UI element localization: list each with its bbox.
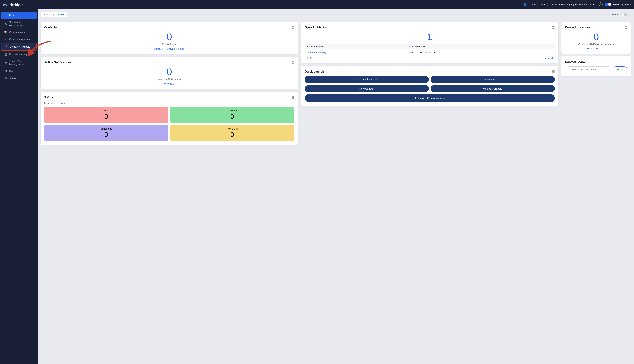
new-contact-button[interactable]: New Contact bbox=[305, 85, 429, 92]
search-input[interactable] bbox=[565, 66, 611, 72]
location-value: 0 bbox=[172, 113, 292, 120]
auto-refresh-toggle[interactable] bbox=[621, 13, 627, 16]
middle-column: Open Incidents ☰ 1 Incident Name Last Mo… bbox=[301, 22, 559, 145]
contact-locations-subtitle: Contacts with Expected Locations bbox=[565, 43, 627, 46]
time-value: 6 hours bbox=[57, 102, 65, 104]
auto-refresh-label: Auto Refresh bbox=[606, 13, 620, 16]
sidebar-nav: ⌂ Home ◉ Situational Awareness 📢 Communi… bbox=[0, 10, 38, 364]
safety-card-location: Location 0 bbox=[170, 107, 294, 123]
safety-time-dropdown[interactable]: 6 hours ▾ bbox=[57, 102, 67, 104]
sidebar-item-travel-risk[interactable]: ✈ Travel Risk Management bbox=[1, 58, 37, 68]
incidents-col-modified: Last Modified bbox=[408, 44, 555, 50]
rules-link[interactable]: Rules bbox=[178, 48, 184, 50]
dashboard-content: ⚙ Manage Widgets Auto Refresh ↻ Contacts… bbox=[38, 9, 634, 364]
launch-communication-button[interactable]: ⊞ Launch Communication bbox=[305, 94, 555, 102]
sidebar-item-situational-awareness[interactable]: ◉ Situational Awareness bbox=[1, 19, 37, 28]
quick-launch-menu[interactable]: ☰ bbox=[552, 70, 555, 74]
contact-search-header: Contact Search ☰ bbox=[565, 60, 627, 64]
contact-locations-widget: Contact Locations ☰ 0 Contacts with Expe… bbox=[561, 22, 631, 54]
table-row: Damaged Building Mar 22, 2024 10:17:07 P… bbox=[305, 50, 555, 55]
upload-contacts-button[interactable]: Upload Contacts bbox=[431, 85, 555, 92]
home-icon: ⌂ bbox=[4, 14, 7, 17]
open-incidents-count: 1 bbox=[305, 32, 555, 42]
sidebar-item-settings[interactable]: ⚙ Settings bbox=[1, 75, 37, 82]
contact-locations-title: Contact Locations bbox=[565, 26, 591, 29]
active-notifications-widget: Active Notifications ☰ 0 No active Notif… bbox=[41, 57, 298, 89]
safety-menu[interactable]: ☰ bbox=[291, 96, 294, 100]
manage-widgets-button[interactable]: ⚙ Manage Widgets bbox=[41, 12, 67, 18]
contact-search-menu[interactable]: ☰ bbox=[624, 60, 627, 64]
left-column: Contacts ☰ 0 No results yet Contacts | G… bbox=[41, 22, 298, 145]
go-universe-link[interactable]: Go to Universe... bbox=[565, 47, 627, 50]
search-row: Search bbox=[565, 66, 627, 72]
toggle-label: Everbridge 360™ bbox=[612, 3, 631, 6]
org-dropdown-icon: ▾ bbox=[593, 3, 594, 6]
contact-search-title: Contact Search bbox=[565, 60, 586, 64]
crisis-management-icon: ℹ bbox=[4, 38, 7, 41]
user-menu[interactable]: 👤 Christian Cole ▾ bbox=[523, 3, 545, 6]
right-column: Contact Locations ☰ 0 Contacts with Expe… bbox=[561, 22, 631, 145]
expand-icon[interactable]: ≫ bbox=[41, 3, 44, 6]
logo-area: everbridge bbox=[0, 0, 38, 10]
username: Christian Cole bbox=[528, 3, 543, 6]
contact-locations-count: 0 bbox=[565, 32, 627, 42]
launch-label: Launch Communication bbox=[418, 96, 445, 100]
open-incidents-title: Open Incidents bbox=[305, 26, 326, 29]
sidebar-item-label: ITA bbox=[9, 70, 13, 72]
contacts-widget-menu[interactable]: ☰ bbox=[291, 26, 294, 30]
incident-modified-cell: Mar 22, 2024 10:17:07 PDT bbox=[408, 50, 555, 55]
sidebar-item-home[interactable]: ⌂ Home bbox=[1, 12, 37, 19]
location-label: Location bbox=[172, 109, 292, 112]
sidebar-item-label: Contacts + Assets bbox=[10, 45, 30, 48]
safety-header: Safety ☰ bbox=[44, 96, 294, 100]
launch-icon: ⊞ bbox=[414, 96, 417, 100]
sidebar-item-label: Communications bbox=[9, 30, 28, 34]
active-notifications-menu[interactable]: ☰ bbox=[291, 60, 294, 64]
contacts-link[interactable]: Contacts bbox=[154, 48, 163, 50]
ita-icon: ⊞ bbox=[4, 70, 7, 73]
org-menu[interactable]: Pfieffer University (Organization Admin)… bbox=[547, 3, 596, 6]
quick-launch-header: Quick Launch ☰ bbox=[305, 70, 555, 74]
new-notification-button[interactable]: New Notification▾ bbox=[305, 76, 429, 83]
sos-value: 0 bbox=[46, 113, 167, 120]
new-incident-button[interactable]: New Incident bbox=[431, 76, 555, 83]
in-last-label: In the last: bbox=[44, 102, 55, 104]
sidebar-item-reports-analytics[interactable]: ▦ Reports + Analytics bbox=[1, 51, 37, 58]
notifications-view-all[interactable]: View all... bbox=[164, 82, 174, 85]
incident-name-cell[interactable]: Damaged Building bbox=[305, 50, 408, 55]
contacts-subtitle: No results yet bbox=[44, 43, 294, 46]
incidents-view-all[interactable]: View all... bbox=[545, 57, 555, 60]
everbridge360-toggle[interactable] bbox=[605, 2, 611, 6]
sidebar-item-label: Travel Risk Management bbox=[9, 60, 34, 66]
active-notifications-header: Active Notifications ☰ bbox=[44, 60, 294, 64]
incidents-col-name: Incident Name bbox=[305, 44, 408, 50]
auto-refresh-area: Auto Refresh ↻ bbox=[606, 13, 631, 16]
widgets-toolbar: ⚙ Manage Widgets Auto Refresh ↻ bbox=[41, 12, 631, 18]
open-incidents-menu[interactable]: ☰ bbox=[552, 26, 555, 30]
reports-analytics-icon: ▦ bbox=[4, 52, 7, 56]
settings-icon: ⚙ bbox=[4, 76, 7, 80]
contact-locations-menu[interactable]: ☰ bbox=[624, 26, 627, 30]
sidebar-item-crisis-management[interactable]: ℹ Crisis Management bbox=[1, 36, 37, 43]
sidebar-item-label: Situational Awareness bbox=[9, 21, 34, 26]
groups-link[interactable]: Groups bbox=[167, 48, 175, 50]
safety-widget: Safety ☰ In the last: 6 hours ▾ SOS 0 bbox=[41, 92, 298, 145]
app-logo: everbridge bbox=[3, 2, 35, 7]
contacts-widget-title: Contacts bbox=[44, 26, 57, 29]
search-button[interactable]: Search bbox=[613, 66, 627, 72]
contacts-links: Contacts | Groups | Rules bbox=[44, 48, 294, 50]
main-area: ≫ 👤 Christian Cole ▾ Pfieffer University… bbox=[38, 0, 634, 364]
communications-icon: 📢 bbox=[4, 30, 7, 34]
open-incidents-widget: Open Incidents ☰ 1 Incident Name Last Mo… bbox=[301, 22, 559, 63]
contacts-widget-header: Contacts ☰ bbox=[44, 26, 294, 30]
sidebar-item-contacts-assets[interactable]: 📍 Contacts + Assets bbox=[1, 43, 37, 50]
sos-label: SOS bbox=[46, 109, 167, 112]
refresh-icon[interactable]: ↻ bbox=[629, 13, 631, 16]
sidebar-item-communications[interactable]: 📢 Communications bbox=[1, 28, 37, 36]
contact-search-widget: Contact Search ☰ Search bbox=[561, 56, 631, 76]
active-notifications-count: 0 bbox=[44, 67, 294, 77]
sidebar: everbridge ⌂ Home ◉ Situational Awarenes… bbox=[0, 0, 38, 364]
quick-launch-title: Quick Launch bbox=[305, 70, 324, 73]
sidebar-item-ita[interactable]: ⊞ ITA bbox=[1, 68, 37, 74]
help-button[interactable]: ? bbox=[598, 2, 603, 6]
